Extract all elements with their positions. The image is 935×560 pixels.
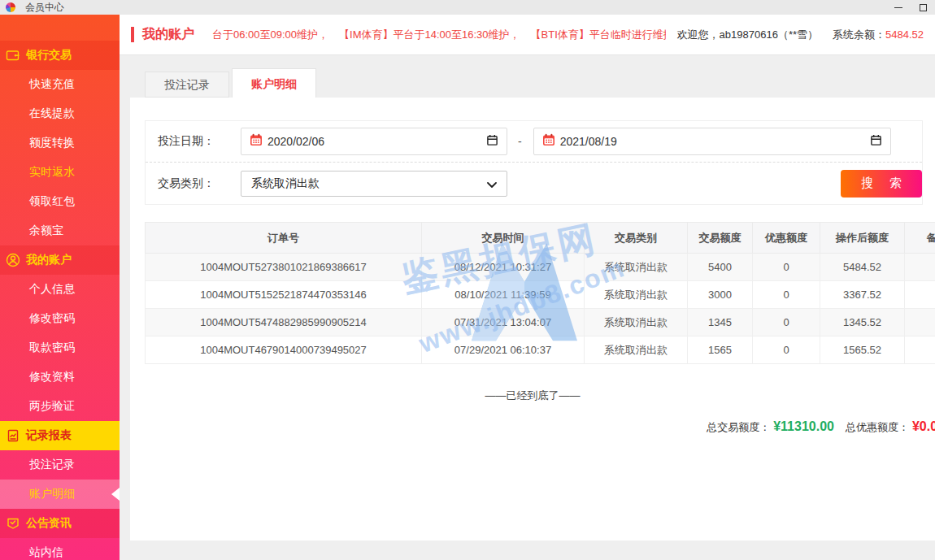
table-cell: 07/29/2021 06:10:37 — [422, 336, 585, 364]
filter-panel: 投注日期： 2020/02/06 - — [145, 120, 923, 205]
search-button[interactable]: 搜 索 — [841, 170, 922, 198]
sidebar-item-personal-info[interactable]: 个人信息 — [0, 275, 120, 304]
table-cell: 系统取消出款 — [585, 309, 688, 336]
sidebar-item-quota-transfer[interactable]: 额度转换 — [0, 128, 120, 158]
title-accent-bar — [131, 27, 134, 42]
table-cell — [905, 336, 935, 364]
sidebar-item-bet-records[interactable]: 投注记录 — [0, 450, 120, 480]
column-header: 操作后额度 — [820, 223, 905, 254]
sidebar-item-label: 账户明细 — [29, 487, 75, 501]
total-bonus-value: ¥0.00 — [912, 419, 935, 434]
table-cell: 0 — [753, 281, 820, 309]
welcome-text: 欢迎您，ab19870616（**雪） — [677, 28, 818, 42]
column-header: 订单号 — [146, 223, 422, 254]
sidebar-item-yuebao[interactable]: 余额宝 — [0, 216, 120, 245]
sidebar-item-two-step-verify[interactable]: 两步验证 — [0, 392, 120, 421]
content-panel: 投注日期： 2020/02/06 - — [130, 98, 935, 540]
table-cell: 系统取消出款 — [585, 254, 688, 281]
table-row: 1004MOUT547488298599090521407/31/2021 13… — [146, 309, 935, 336]
sidebar-item-record-reports[interactable]: 记录报表 — [0, 421, 120, 450]
total-transaction-value: ¥11310.00 — [773, 419, 834, 434]
system-balance: 系统余额：5484.52 — [833, 28, 924, 42]
table-cell: 0 — [753, 254, 820, 281]
wallet-icon — [5, 48, 20, 63]
calendar-red-icon — [542, 133, 555, 150]
balance-label: 系统余额： — [833, 28, 885, 41]
sidebar-item-label: 额度转换 — [29, 136, 75, 150]
sidebar-item-withdraw-password[interactable]: 取款密码 — [0, 333, 120, 362]
tab-account-details[interactable]: 账户明细 — [232, 68, 316, 98]
column-header: 交易额度 — [688, 223, 753, 254]
column-header: 备注 — [905, 223, 935, 254]
window-titlebar: 会员中心 — [0, 0, 935, 15]
sidebar-item-label: 余额宝 — [29, 224, 63, 238]
tab-bet-records[interactable]: 投注记录 — [145, 72, 229, 98]
transactions-table: 订单号交易时间交易类别交易额度优惠额度操作后额度备注 1004MOUT52738… — [145, 222, 935, 364]
sidebar-item-label: 我的账户 — [26, 253, 72, 267]
sidebar-item-label: 取款密码 — [29, 341, 75, 355]
window-title: 会员中心 — [25, 1, 64, 15]
table-header-row: 订单号交易时间交易类别交易额度优惠额度操作后额度备注 — [146, 223, 935, 254]
sidebar-item-site-mail[interactable]: 站内信 — [0, 538, 120, 560]
app-logo-icon — [6, 2, 15, 12]
table-cell — [905, 309, 935, 336]
minimize-button[interactable] — [886, 0, 911, 15]
table-cell — [905, 281, 935, 309]
column-header: 交易时间 — [422, 223, 585, 254]
sidebar-item-label: 记录报表 — [26, 428, 72, 443]
table-cell: 08/10/2021 11:39:59 — [422, 281, 585, 309]
sidebar-item-label: 修改密码 — [29, 311, 75, 326]
datepicker-icon[interactable] — [870, 134, 882, 150]
sidebar-item-realtime-rebate[interactable]: 实时返水 — [0, 158, 120, 187]
transaction-type-label: 交易类别： — [146, 176, 241, 191]
sidebar-item-label: 个人信息 — [29, 282, 75, 297]
sidebar-item-label: 银行交易 — [26, 48, 72, 63]
report-icon — [5, 428, 20, 444]
balance-value: 5484.52 — [885, 28, 924, 41]
table-cell: 08/12/2021 10:31:27 — [422, 254, 585, 281]
sidebar-item-bank-transactions[interactable]: 银行交易 — [0, 41, 120, 70]
date-from-input[interactable]: 2020/02/06 — [241, 128, 507, 155]
table-cell: 3000 — [688, 281, 753, 309]
datepicker-icon[interactable] — [486, 134, 498, 150]
sidebar: 银行交易快速充值在线提款额度转换实时返水领取红包余额宝我的账户个人信息修改密码取… — [0, 15, 120, 560]
sidebar-item-red-packet[interactable]: 领取红包 — [0, 187, 120, 216]
maximize-button[interactable] — [911, 0, 935, 15]
type-filter-row: 交易类别： 系统取消出款 搜 索 — [146, 163, 922, 204]
sidebar-item-change-password[interactable]: 修改密码 — [0, 304, 120, 333]
date-filter-row: 投注日期： 2020/02/06 - — [146, 121, 922, 163]
column-header: 优惠额度 — [753, 223, 820, 254]
table-cell: 1004MOUT5152521874470353146 — [146, 281, 422, 309]
range-separator: - — [518, 135, 522, 148]
end-of-list-text: ——已经到底了—— — [130, 389, 935, 403]
table-cell: 07/31/2021 13:04:07 — [422, 309, 585, 336]
maximize-icon — [920, 4, 927, 11]
sidebar-item-label: 站内信 — [29, 545, 63, 560]
sidebar-item-label: 两步验证 — [29, 399, 75, 414]
table-cell: 0 — [753, 309, 820, 336]
date-to-input[interactable]: 2021/08/19 — [533, 128, 891, 155]
table-row: 1004MOUT527380102186938661708/12/2021 10… — [146, 254, 935, 281]
sidebar-item-announcements[interactable]: 公告资讯 — [0, 509, 120, 538]
page-title: 我的账户 — [142, 26, 194, 43]
minimize-icon — [894, 7, 902, 8]
selected-transaction-type: 系统取消出款 — [251, 176, 487, 191]
date-to-value: 2021/08/19 — [560, 135, 865, 148]
table-cell: 1345 — [688, 309, 753, 336]
sidebar-item-label: 快速充值 — [29, 77, 75, 92]
calendar-red-icon — [250, 133, 263, 150]
sidebar-item-label: 在线提款 — [29, 106, 75, 121]
sidebar-item-my-account[interactable]: 我的账户 — [0, 245, 120, 275]
sidebar-item-online-withdraw[interactable]: 在线提款 — [0, 99, 120, 128]
transaction-type-select[interactable]: 系统取消出款 — [241, 171, 507, 197]
sidebar-item-edit-profile[interactable]: 修改资料 — [0, 362, 120, 392]
sidebar-item-label: 修改资料 — [29, 370, 75, 384]
table-cell: 1004MOUT5474882985990905214 — [146, 309, 422, 336]
sidebar-item-label: 实时返水 — [29, 165, 75, 180]
chevron-down-icon — [487, 176, 497, 191]
sidebar-item-label: 领取红包 — [29, 194, 75, 209]
column-header: 交易类别 — [585, 223, 688, 254]
sidebar-item-account-details[interactable]: 账户明细 — [0, 480, 120, 509]
sidebar-item-quick-deposit[interactable]: 快速充值 — [0, 70, 120, 99]
totals-row: 总交易额度： ¥11310.00 总优惠额度： ¥0.00 — [707, 419, 935, 435]
